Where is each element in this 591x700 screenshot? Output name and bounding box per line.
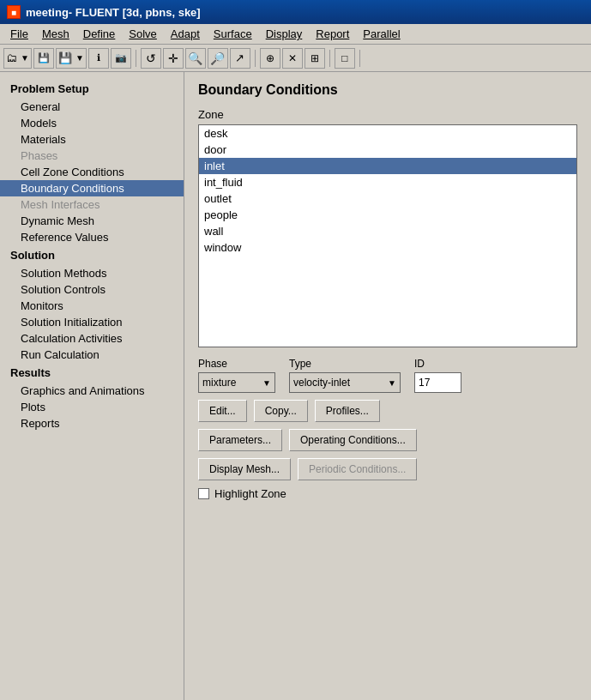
nav-phases: Phases [0, 148, 184, 164]
toolbar-square-btn[interactable]: □ [335, 48, 355, 69]
nav-reference-values[interactable]: Reference Values [0, 229, 184, 245]
toolbar-separator-4 [359, 50, 360, 67]
right-panel: Boundary Conditions Zone desk door inlet… [184, 72, 591, 700]
zone-item-door[interactable]: door [199, 142, 576, 158]
zone-item-desk[interactable]: desk [199, 125, 576, 142]
zone-item-inlet[interactable]: inlet [199, 158, 576, 174]
toolbar-move-btn[interactable]: ✛ [163, 48, 184, 69]
operating-conditions-button[interactable]: Operating Conditions... [289, 429, 417, 451]
panel-title: Boundary Conditions [198, 82, 577, 98]
zone-item-window[interactable]: window [199, 239, 576, 256]
toolbar-separator-3 [329, 50, 330, 67]
phase-label: Phase [198, 358, 275, 370]
toolbar-grid-btn[interactable]: ⊞ [305, 48, 325, 69]
type-dropdown-arrow: ▼ [388, 378, 396, 388]
menu-mesh[interactable]: Mesh [35, 26, 76, 42]
phase-dropdown-arrow: ▼ [262, 378, 271, 388]
checkbox-row: Highlight Zone [198, 487, 577, 500]
toolbar-save-btn[interactable]: 💾 [33, 48, 54, 69]
edit-button[interactable]: Edit... [198, 400, 247, 422]
menu-report[interactable]: Report [309, 26, 356, 42]
id-field-group: ID [414, 358, 461, 393]
type-value: velocity-inlet [293, 377, 350, 389]
left-panel: Problem Setup General Models Materials P… [0, 72, 184, 700]
nav-run-calculation[interactable]: Run Calculation [0, 347, 184, 363]
highlight-zone-label: Highlight Zone [214, 487, 286, 500]
periodic-conditions-button: Periodic Conditions... [298, 458, 417, 480]
menu-surface[interactable]: Surface [207, 26, 259, 42]
copy-button[interactable]: Copy... [254, 400, 308, 422]
nav-dynamic-mesh[interactable]: Dynamic Mesh [0, 213, 184, 229]
zone-list[interactable]: desk door inlet int_fluid outlet people … [198, 124, 577, 347]
zone-item-people[interactable]: people [199, 207, 576, 223]
toolbar-crosshair-btn[interactable]: ✕ [282, 48, 303, 69]
toolbar: 🗂 ▼ 💾 💾 ▼ ℹ 📷 ↺ ✛ 🔍 🔎 ↗ ⊕ ✕ ⊞ □ [0, 45, 591, 72]
menu-adapt[interactable]: Adapt [164, 26, 207, 42]
type-field-group: Type velocity-inlet ▼ [289, 358, 401, 393]
toolbar-info-btn[interactable]: ℹ [88, 48, 109, 69]
phase-dropdown[interactable]: mixture ▼ [198, 372, 275, 393]
section-problem-setup: Problem Setup [0, 79, 184, 99]
nav-cell-zone-conditions[interactable]: Cell Zone Conditions [0, 164, 184, 180]
id-input[interactable] [414, 372, 461, 393]
nav-plots[interactable]: Plots [0, 399, 184, 415]
profiles-button[interactable]: Profiles... [315, 400, 380, 422]
menu-file[interactable]: File [3, 26, 35, 42]
window-title: meeting- FLUENT [3d, pbns, ske] [26, 6, 201, 19]
phase-value: mixture [202, 377, 236, 389]
section-results: Results [0, 363, 184, 383]
zone-item-wall[interactable]: wall [199, 223, 576, 239]
nav-models[interactable]: Models [0, 115, 184, 131]
nav-materials[interactable]: Materials [0, 131, 184, 148]
menu-define[interactable]: Define [76, 26, 123, 42]
menu-solve[interactable]: Solve [122, 26, 164, 42]
toolbar-fit-btn[interactable]: ⊕ [260, 48, 280, 69]
nav-boundary-conditions[interactable]: Boundary Conditions [0, 180, 184, 196]
zone-item-outlet[interactable]: outlet [199, 190, 576, 207]
nav-solution-controls[interactable]: Solution Controls [0, 281, 184, 298]
nav-solution-initialization[interactable]: Solution Initialization [0, 314, 184, 330]
menu-display[interactable]: Display [259, 26, 310, 42]
button-row-2: Parameters... Operating Conditions... [198, 429, 577, 451]
app-icon: ■ [7, 5, 21, 19]
section-solution: Solution [0, 245, 184, 265]
toolbar-undo-btn[interactable]: ↺ [141, 48, 161, 69]
menu-parallel[interactable]: Parallel [356, 26, 407, 42]
nav-monitors[interactable]: Monitors [0, 298, 184, 314]
id-label: ID [414, 358, 461, 370]
phase-field-group: Phase mixture ▼ [198, 358, 275, 393]
toolbar-zoom-out-btn[interactable]: 🔍 [185, 48, 206, 69]
toolbar-camera-btn[interactable]: 📷 [111, 48, 131, 69]
title-bar: ■ meeting- FLUENT [3d, pbns, ske] [0, 0, 591, 24]
toolbar-separator-1 [136, 50, 136, 67]
toolbar-zoom-in-btn[interactable]: 🔎 [208, 48, 228, 69]
toolbar-arrow-btn[interactable]: ↗ [230, 48, 250, 69]
zone-item-int-fluid[interactable]: int_fluid [199, 174, 576, 190]
type-dropdown[interactable]: velocity-inlet ▼ [289, 372, 401, 393]
toolbar-dropdown-2[interactable]: 💾 ▼ [56, 48, 87, 69]
display-mesh-button[interactable]: Display Mesh... [198, 458, 291, 480]
parameters-button[interactable]: Parameters... [198, 429, 282, 451]
nav-general[interactable]: General [0, 99, 184, 115]
nav-graphics-animations[interactable]: Graphics and Animations [0, 383, 184, 399]
highlight-zone-checkbox[interactable] [198, 488, 209, 499]
zone-label: Zone [198, 108, 577, 121]
type-label: Type [289, 358, 401, 370]
nav-reports[interactable]: Reports [0, 415, 184, 431]
button-row-3: Display Mesh... Periodic Conditions... [198, 458, 577, 480]
nav-calculation-activities[interactable]: Calculation Activities [0, 330, 184, 347]
nav-mesh-interfaces: Mesh Interfaces [0, 196, 184, 213]
main-container: Problem Setup General Models Materials P… [0, 72, 591, 700]
nav-solution-methods[interactable]: Solution Methods [0, 265, 184, 281]
button-row-1: Edit... Copy... Profiles... [198, 400, 577, 422]
toolbar-separator-2 [255, 50, 256, 67]
bottom-controls: Phase mixture ▼ Type velocity-inlet ▼ ID [198, 358, 577, 500]
toolbar-dropdown-1[interactable]: 🗂 ▼ [3, 48, 32, 69]
phase-type-id-row: Phase mixture ▼ Type velocity-inlet ▼ ID [198, 358, 577, 393]
menu-bar: File Mesh Define Solve Adapt Surface Dis… [0, 24, 591, 45]
